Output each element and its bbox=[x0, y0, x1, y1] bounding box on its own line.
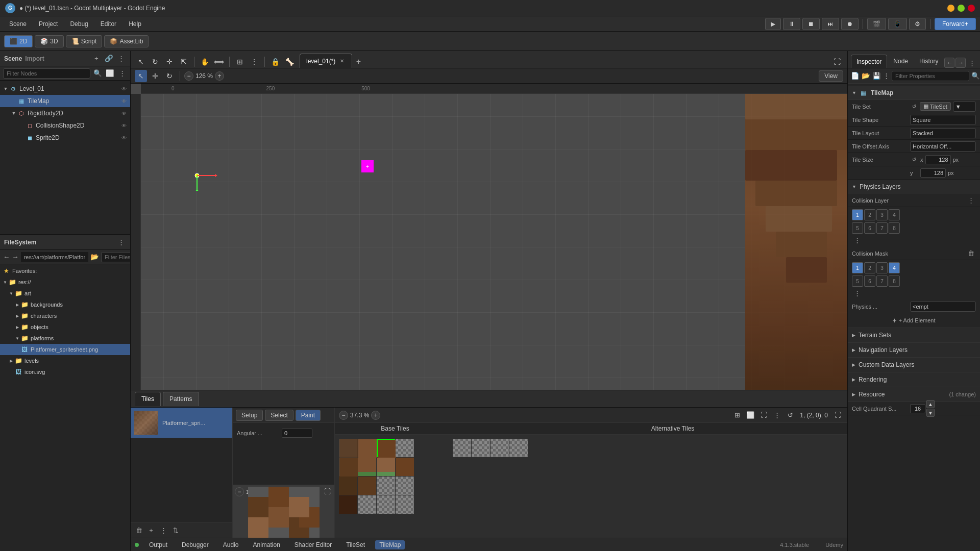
tree-item-level01[interactable]: ▼ ⚙ Level_01 👁 bbox=[0, 83, 130, 95]
collision-mask-1[interactable]: 1 bbox=[852, 262, 863, 273]
collision-cell-4[interactable]: 4 bbox=[889, 209, 900, 220]
more-btn[interactable]: ⋮ bbox=[248, 56, 260, 68]
menu-project[interactable]: Project bbox=[34, 18, 63, 30]
collision-cell-1[interactable]: 1 bbox=[852, 209, 863, 220]
collision-mask-8[interactable]: 8 bbox=[889, 276, 900, 287]
alt-tile-1[interactable] bbox=[472, 439, 490, 457]
tile-0-1[interactable] bbox=[358, 439, 376, 457]
tilemap-section-header[interactable]: ▼ ▦ TileMap bbox=[848, 86, 980, 100]
tree-item-sprite[interactable]: ◼ Sprite2D 👁 bbox=[0, 132, 130, 144]
collision-mask-6[interactable]: 6 bbox=[864, 276, 875, 287]
fs-levels-folder[interactable]: ▶ 📁 levels bbox=[0, 355, 130, 366]
alt-tile-0[interactable] bbox=[453, 439, 471, 457]
tile-shape-select[interactable]: Square Isometric Half-Offset Square Hexa… bbox=[910, 115, 976, 125]
import-tab[interactable]: Import bbox=[25, 55, 44, 62]
menu-help[interactable]: Help bbox=[124, 18, 146, 30]
tile-0-0[interactable] bbox=[339, 439, 357, 457]
collision-cell-7[interactable]: 7 bbox=[876, 222, 888, 234]
more-options-button[interactable]: ⋮ bbox=[116, 54, 126, 64]
mode-2d-button[interactable]: ⬛ 2D bbox=[4, 35, 33, 47]
tileset-tab[interactable]: TileSet bbox=[342, 540, 369, 549]
minimize-button[interactable] bbox=[947, 5, 954, 12]
menu-debug[interactable]: Debug bbox=[65, 18, 93, 30]
collision-layer-more[interactable]: ⋮ bbox=[852, 235, 862, 245]
tree-item-collision[interactable]: ◻ CollisionShape2D 👁 bbox=[0, 119, 130, 132]
pause-button[interactable]: ⏸ bbox=[783, 18, 800, 30]
settings-button[interactable]: ⚙ bbox=[909, 18, 926, 30]
tiles-expand-icon[interactable]: ⛶ bbox=[758, 410, 769, 421]
tile-zoom-out[interactable]: − bbox=[235, 487, 244, 496]
fs-back-button[interactable]: ← bbox=[3, 252, 10, 262]
tile-sort-btn[interactable]: ⇅ bbox=[170, 525, 181, 536]
resource-header[interactable]: ▶ Resource (1 change) bbox=[848, 387, 980, 402]
fs-forward-button[interactable]: → bbox=[12, 252, 18, 262]
tile-2-3[interactable] bbox=[396, 477, 414, 495]
assetlib-button[interactable]: 📦 AssetLib bbox=[104, 35, 149, 47]
scale-tool-btn[interactable]: ⇱ bbox=[178, 56, 190, 68]
visibility-btn-rigidbody[interactable]: 👁 bbox=[120, 109, 128, 117]
tile-1-2[interactable] bbox=[377, 458, 395, 476]
setup-btn[interactable]: Setup bbox=[236, 410, 263, 421]
move-tool-btn[interactable]: ✛ bbox=[163, 56, 176, 68]
tile-delete-btn[interactable]: 🗑 bbox=[134, 525, 144, 536]
stop-button[interactable]: ⏹ bbox=[802, 18, 820, 30]
inspector-save-btn[interactable]: 💾 bbox=[872, 71, 881, 81]
tiles-rect-icon[interactable]: ⬜ bbox=[745, 410, 756, 421]
scene-options-button[interactable]: ⋮ bbox=[117, 68, 127, 79]
inspector-file-btn[interactable]: 📄 bbox=[851, 71, 860, 81]
scene-search-input[interactable] bbox=[3, 68, 90, 79]
mode-3d-button[interactable]: 🎲 3D bbox=[35, 35, 63, 47]
vp-select-btn[interactable]: ↖ bbox=[135, 70, 147, 82]
search-icon-button[interactable]: 🔍 bbox=[92, 68, 103, 79]
collision-cell-5[interactable]: 5 bbox=[852, 222, 863, 234]
fs-objects-folder[interactable]: ▶ 📁 objects bbox=[0, 321, 130, 333]
collision-mask-4[interactable]: 4 bbox=[889, 262, 900, 273]
tree-item-tilemap[interactable]: ▦ TileMap 👁 bbox=[0, 95, 130, 107]
debugger-tab[interactable]: Debugger bbox=[178, 540, 213, 549]
alt-tile-3[interactable] bbox=[509, 439, 528, 457]
movie-button[interactable]: 🎬 bbox=[867, 18, 886, 30]
select-btn[interactable]: Select bbox=[265, 410, 293, 421]
inspector-filter-input[interactable] bbox=[892, 71, 969, 81]
tilemap-tab[interactable]: TileMap bbox=[375, 540, 405, 549]
zoom-in-btn[interactable]: + bbox=[215, 71, 224, 81]
fs-spritesheet-file[interactable]: 🖼 Platformer_spritesheet.png bbox=[0, 344, 130, 355]
tile-offset-select[interactable]: Horizontal Off... bbox=[910, 141, 976, 152]
collision-cell-8[interactable]: 8 bbox=[889, 222, 900, 234]
visibility-btn-collision[interactable]: 👁 bbox=[120, 121, 128, 130]
tile-3-0[interactable] bbox=[339, 495, 357, 514]
fs-more-btn[interactable]: ⋮ bbox=[116, 237, 126, 247]
tile-set-dropdown[interactable]: ▼ bbox=[953, 102, 976, 112]
physics-script-select[interactable]: <empt bbox=[910, 302, 976, 312]
cell-quadrant-input[interactable] bbox=[910, 404, 925, 413]
viewport[interactable]: ↖ ✛ ↻ − 126 % + View bbox=[131, 68, 847, 390]
tile-selected[interactable] bbox=[377, 439, 395, 457]
tiles-select-icon[interactable]: ⊞ bbox=[731, 410, 743, 421]
deploy-button[interactable]: 📱 bbox=[888, 18, 907, 30]
fs-favorites[interactable]: ★ Favorites: bbox=[0, 265, 130, 277]
tile-layout-select[interactable]: Stacked bbox=[910, 128, 976, 138]
fs-folder-btn[interactable]: 📂 bbox=[90, 252, 99, 262]
tile-size-reload-btn[interactable]: ↺ bbox=[910, 156, 918, 164]
view-menu-btn[interactable]: View bbox=[819, 70, 843, 82]
tile-3-2[interactable] bbox=[377, 495, 395, 514]
inspector-tab-inspector[interactable]: Inspector bbox=[851, 55, 887, 68]
tile-2-1[interactable] bbox=[358, 477, 376, 495]
collision-mask-5[interactable]: 5 bbox=[852, 276, 863, 287]
fs-icon-file[interactable]: 🖼 icon.svg bbox=[0, 366, 130, 378]
vp-move-btn[interactable]: ✛ bbox=[149, 70, 161, 82]
tab-level01[interactable]: level_01(*) ✕ bbox=[300, 54, 352, 68]
inspector-more-btn[interactable]: ⋮ bbox=[967, 58, 977, 68]
rendering-header[interactable]: ▶ Rendering bbox=[848, 372, 980, 387]
zoom-out-btn[interactable]: − bbox=[184, 71, 193, 81]
add-node-button[interactable]: + bbox=[91, 54, 102, 64]
tile-1-0[interactable] bbox=[339, 458, 357, 476]
fs-backgrounds-folder[interactable]: ▶ 📁 backgrounds bbox=[0, 299, 130, 310]
play-button[interactable]: ▶ bbox=[765, 18, 781, 30]
viewport-canvas[interactable]: + 0 250 500 bbox=[131, 84, 847, 390]
tile-set-reload-btn[interactable]: ↺ bbox=[910, 103, 918, 111]
custom-data-header[interactable]: ▶ Custom Data Layers bbox=[848, 358, 980, 372]
script-button[interactable]: 📜 Script bbox=[66, 35, 103, 47]
fs-res-root[interactable]: ▼ 📁 res:// bbox=[0, 277, 130, 288]
collision-mask-7[interactable]: 7 bbox=[876, 276, 888, 287]
